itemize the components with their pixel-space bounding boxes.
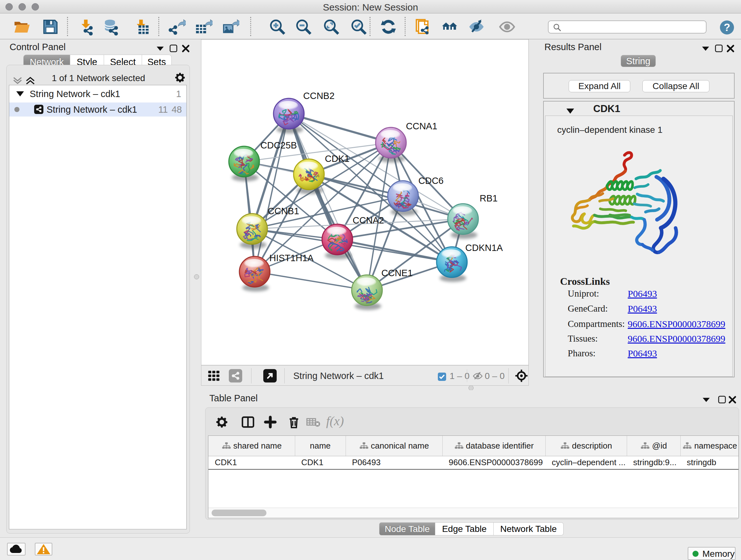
svg-text:HIST1H1A: HIST1H1A <box>269 253 314 263</box>
svg-text:CCNA1: CCNA1 <box>406 121 437 131</box>
svg-text:RB1: RB1 <box>480 193 497 203</box>
svg-text:CDC6: CDC6 <box>418 176 444 186</box>
svg-text:CCNB2: CCNB2 <box>303 91 334 101</box>
svg-text:CDC25B: CDC25B <box>260 140 297 150</box>
svg-text:CDKN1A: CDKN1A <box>465 243 503 253</box>
svg-text:CCNA2: CCNA2 <box>353 215 384 226</box>
svg-text:CCNE1: CCNE1 <box>381 268 413 278</box>
svg-text:CDK1: CDK1 <box>325 153 349 164</box>
svg-text:CCNB1: CCNB1 <box>268 206 299 216</box>
